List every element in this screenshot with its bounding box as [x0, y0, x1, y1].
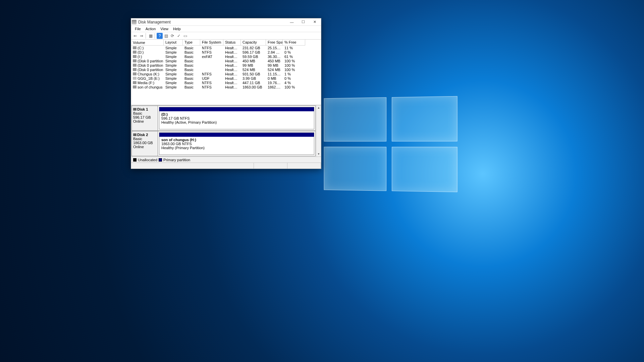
menu-view[interactable]: View [158, 26, 171, 32]
col-filesystem[interactable]: File System [200, 40, 223, 46]
volume-type: Basic [183, 72, 200, 76]
disk-label: Disk 2 [137, 133, 148, 137]
drive-icon [133, 51, 137, 54]
volume-free: 0 MB [266, 76, 283, 80]
volume-layout: Simple [164, 50, 183, 54]
disk-type: Basic [133, 111, 142, 115]
col-capacity[interactable]: Capacity [241, 40, 266, 46]
col-type[interactable]: Type [183, 40, 200, 46]
legend-unallocated: Unallocated [138, 158, 157, 162]
help-button[interactable]: ? [157, 33, 163, 39]
disk-row[interactable]: Disk 1Basic596.17 GBOnline(D:)596.17 GB … [131, 106, 316, 131]
volume-row[interactable]: Chungus (K:)SimpleBasicNTFSHealthy (P...… [131, 72, 321, 76]
maximize-button[interactable]: ☐ [298, 19, 309, 25]
partition-status: Healthy (Active, Primary Partition) [161, 120, 217, 124]
partition-status: Healthy (Primary Partition) [161, 146, 205, 150]
minimize-button[interactable]: — [286, 19, 298, 25]
scroll-down-icon[interactable]: ▼ [316, 152, 321, 157]
volume-layout: Simple [164, 46, 183, 50]
volume-layout: Simple [164, 59, 183, 63]
col-volume[interactable]: Volume [131, 40, 164, 46]
volume-status: Healthy (A... [223, 50, 241, 54]
disk-row[interactable]: Disk 2Basic1863.00 GBOnlineson of chungu… [131, 131, 316, 156]
action-button[interactable]: ✓ [176, 33, 182, 39]
volume-pctfree: 0 % [283, 76, 305, 80]
menubar: File Action View Help [131, 26, 321, 32]
volume-status: Healthy (P... [223, 85, 241, 89]
refresh-button[interactable]: ⟳ [169, 33, 175, 39]
toolbar: ⇐ ⇒ ▦ ? ▤ ⟳ ✓ ▭ [131, 32, 321, 40]
volume-fs: NTFS [200, 81, 223, 85]
volume-row[interactable]: son of chungus (H:)SimpleBasicNTFSHealth… [131, 85, 321, 89]
volume-row[interactable]: (Disk 0 partition 2)SimpleBasicHealthy (… [131, 63, 321, 67]
volume-status: Healthy (E... [223, 63, 241, 67]
volume-row[interactable]: (Disk 0 partition 5)SimpleBasicHealthy (… [131, 67, 321, 72]
volume-layout: Simple [164, 76, 183, 80]
volume-row[interactable]: Media (F:)SimpleBasicNTFSHealthy (P...44… [131, 80, 321, 85]
volume-capacity: 231.82 GB [241, 46, 266, 50]
app-icon [132, 20, 137, 24]
disk-label: Disk 1 [137, 107, 148, 111]
volume-row[interactable]: GGG_1B (E:)SimpleBasicUDFHealthy (P...3.… [131, 76, 321, 80]
settings-button[interactable]: ▤ [163, 33, 169, 39]
legend-primary: Primary partition [163, 158, 190, 162]
drive-icon [133, 77, 137, 80]
col-layout[interactable]: Layout [164, 40, 183, 46]
volume-capacity: 99 MB [241, 63, 266, 67]
volume-status: Healthy (R... [223, 59, 241, 63]
volume-row[interactable]: (I:)SimpleBasicexFATHealthy (P...59.59 G… [131, 54, 321, 59]
volume-fs: exFAT [200, 55, 223, 59]
list-button[interactable]: ▭ [182, 33, 188, 39]
volume-type: Basic [183, 76, 200, 80]
volume-free: 450 MB [266, 59, 283, 63]
volume-fs: UDF [200, 76, 223, 80]
volume-free: 99 MB [266, 63, 283, 67]
volume-row[interactable]: (C:)SimpleBasicNTFSHealthy (B...231.82 G… [131, 46, 321, 50]
volume-capacity: 447.11 GB [241, 81, 266, 85]
back-button[interactable]: ⇐ [132, 33, 138, 39]
disk-header: Disk 2Basic1863.00 GBOnline [132, 131, 158, 156]
titlebar[interactable]: Disk Management — ☐ ✕ [131, 18, 321, 26]
volume-name: (I:) [138, 55, 142, 59]
drive-icon [133, 64, 137, 67]
volume-name: (Disk 0 partition 2) [138, 63, 164, 67]
close-button[interactable]: ✕ [309, 19, 320, 25]
volume-name: (D:) [138, 50, 144, 54]
volume-pctfree: 61 % [283, 55, 305, 59]
show-hide-tree-button[interactable]: ▦ [148, 33, 154, 39]
menu-help[interactable]: Help [171, 26, 183, 32]
drive-icon [133, 46, 137, 49]
col-percentfree[interactable]: % Free [283, 40, 305, 46]
scroll-up-icon[interactable]: ▲ [316, 105, 321, 110]
col-status[interactable]: Status [223, 40, 241, 46]
legend: Unallocated Primary partition [131, 157, 321, 163]
volume-row[interactable]: (D:)SimpleBasicNTFSHealthy (A...596.17 G… [131, 50, 321, 54]
volume-name: son of chungus (H:) [138, 85, 164, 89]
menu-action[interactable]: Action [143, 26, 158, 32]
forward-button[interactable]: ⇒ [139, 33, 145, 39]
partition-info: 1863.00 GB NTFS [161, 142, 192, 146]
disk-size: 596.17 GB [133, 115, 151, 119]
separator [146, 33, 147, 39]
vertical-scrollbar[interactable]: ▲ ▼ [316, 105, 321, 157]
partition-bar [159, 107, 314, 111]
col-freespace[interactable]: Free Spa... [266, 40, 283, 46]
volume-name: Media (F:) [138, 81, 154, 85]
menu-file[interactable]: File [132, 26, 143, 32]
drive-icon [133, 55, 137, 58]
drive-icon [133, 72, 137, 75]
column-headers: Volume Layout Type File System Status Ca… [131, 40, 321, 46]
volume-row[interactable]: (Disk 0 partition 1)SimpleBasicHealthy (… [131, 59, 321, 63]
volume-status: Healthy (P... [223, 55, 241, 59]
volume-capacity: 59.59 GB [241, 55, 266, 59]
volume-pctfree: 11 % [283, 46, 305, 50]
partition[interactable]: (D:)596.17 GB NTFSHealthy (Active, Prima… [159, 107, 314, 129]
disk-state: Online [133, 119, 144, 123]
volume-type: Basic [183, 81, 200, 85]
disk-type: Basic [133, 137, 142, 141]
volume-free: 36.30 GB [266, 55, 283, 59]
volume-capacity: 450 MB [241, 59, 266, 63]
partition[interactable]: son of chungus (H:)1863.00 GB NTFSHealth… [159, 132, 314, 155]
volume-name: (Disk 0 partition 5) [138, 68, 164, 72]
volume-fs: NTFS [200, 72, 223, 76]
